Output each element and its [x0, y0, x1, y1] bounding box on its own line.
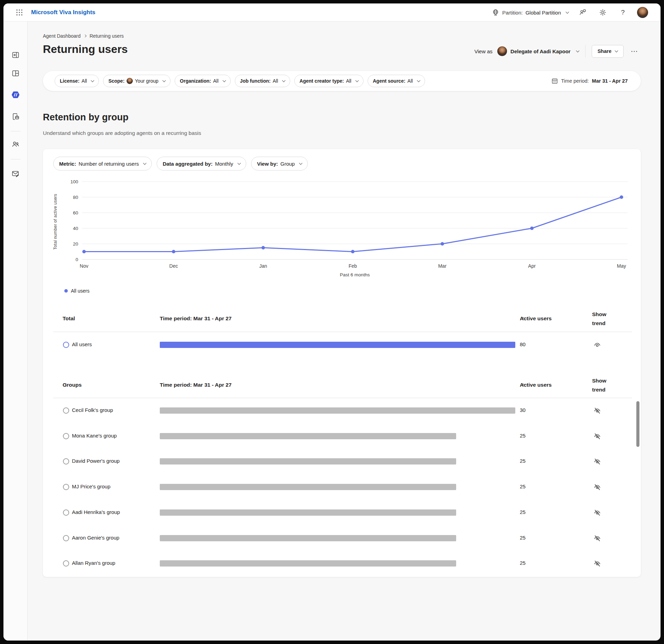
control-pill-view-by[interactable]: View by:Group — [251, 157, 308, 171]
filter-pill-agent-source[interactable]: Agent source:All — [368, 75, 425, 87]
share-button[interactable]: Share — [592, 45, 624, 58]
feedback-icon[interactable] — [577, 7, 589, 18]
people-icon[interactable] — [9, 137, 22, 151]
legend-label: All users — [71, 288, 90, 294]
breadcrumb-agent-dashboard[interactable]: Agent Dashboard — [43, 33, 81, 39]
table-row: All users80 — [43, 340, 641, 350]
row-name: Aaron Genie's group — [72, 535, 119, 541]
filter-label: Job function: — [240, 78, 271, 84]
rail-divider — [11, 131, 20, 131]
show-trend-eye-off-icon[interactable] — [593, 457, 602, 466]
line-chart: 020406080100Total number of active users… — [43, 177, 641, 282]
svg-text:Total number of active users: Total number of active users — [53, 194, 58, 249]
view-as-selector[interactable]: Delegate of Aadi Kapoor — [497, 46, 579, 56]
row-bar — [160, 560, 456, 567]
app-launcher-icon[interactable] — [12, 6, 26, 19]
chevron-down-icon — [91, 79, 94, 82]
show-trend-eye-off-icon[interactable] — [593, 534, 602, 543]
table-row: Mona Kane's group25 — [43, 431, 641, 441]
svg-text:Past 6 months: Past 6 months — [340, 272, 370, 277]
dashboard-icon[interactable] — [9, 66, 22, 80]
show-trend-eye-off-icon[interactable] — [593, 482, 602, 491]
chevron-down-icon — [222, 79, 226, 82]
mail-compose-icon[interactable] — [9, 167, 22, 181]
viva-insights-icon[interactable] — [9, 88, 22, 102]
time-period-filter[interactable]: Time period: Mar 31 - Apr 27 — [551, 77, 628, 84]
view-as-label: View as — [474, 48, 492, 54]
row-name: MJ Price's group — [72, 484, 110, 489]
row-name: All users — [72, 341, 92, 347]
row-radio[interactable] — [63, 458, 69, 464]
partition-selector[interactable]: Partition: Global Partition — [492, 9, 569, 16]
sort-up-icon: ↑ — [522, 382, 525, 388]
groups-period-header: Time period: Mar 31 - Apr 27 — [160, 382, 232, 388]
total-header: Total — [63, 315, 75, 322]
time-period-value: Mar 31 - Apr 27 — [592, 78, 628, 84]
filter-pill-agent-creator-type[interactable]: Agent creator type:All — [294, 75, 363, 87]
breadcrumb-returning-users[interactable]: Returning users — [90, 33, 124, 39]
filter-pill-scope[interactable]: Scope:Your group — [103, 75, 170, 87]
svg-text:Mar: Mar — [438, 263, 446, 269]
chevron-right-icon — [84, 35, 86, 37]
row-name: Aadi Henrika's group — [72, 509, 120, 515]
chevron-down-icon — [143, 161, 147, 165]
svg-text:Jan: Jan — [259, 263, 267, 269]
globe-icon — [492, 9, 499, 16]
scrollbar-thumb[interactable] — [636, 401, 639, 447]
row-radio[interactable] — [63, 342, 69, 348]
left-nav-rail — [3, 21, 28, 641]
row-radio[interactable] — [63, 535, 69, 541]
help-icon[interactable]: ? — [617, 7, 629, 18]
groups-show-trend-header: Show trend — [592, 376, 616, 394]
control-pill-aggregation[interactable]: Data aggregated by:Monthly — [157, 157, 246, 171]
svg-text:Feb: Feb — [349, 263, 357, 269]
control-pill-metric[interactable]: Metric:Number of returning users — [53, 157, 152, 171]
chevron-down-icon — [299, 161, 303, 165]
user-avatar[interactable] — [637, 7, 648, 18]
show-trend-eye-off-icon[interactable] — [593, 406, 602, 415]
filter-value: All — [273, 78, 278, 84]
org-insights-icon[interactable] — [9, 110, 22, 123]
breadcrumb: Agent Dashboard Returning users — [43, 33, 124, 39]
filter-pill-job-function[interactable]: Job function:All — [235, 75, 290, 87]
filter-value: All — [213, 78, 219, 84]
row-radio[interactable] — [63, 509, 69, 516]
section-title: Retention by group — [43, 112, 128, 123]
table-row: MJ Price's group25 — [43, 482, 641, 492]
filter-pill-organization[interactable]: Organization:All — [175, 75, 231, 87]
group-avatar — [127, 78, 133, 84]
svg-text:Nov: Nov — [80, 263, 89, 269]
show-trend-eye-icon[interactable] — [593, 340, 602, 349]
partition-value: Global Partition — [525, 10, 561, 16]
chart-legend: All users — [64, 288, 90, 294]
row-radio[interactable] — [63, 484, 69, 490]
chevron-down-icon — [576, 49, 579, 52]
total-table-header: Total Time period: Mar 31 - Apr 27 Activ… — [43, 314, 641, 325]
app-window: Microsoft Viva Insights Partition: Globa… — [3, 3, 661, 641]
row-radio[interactable] — [63, 433, 69, 439]
row-bar — [160, 458, 456, 464]
svg-text:Apr: Apr — [528, 263, 536, 269]
row-active-users: 25 — [520, 535, 526, 541]
settings-gear-icon[interactable] — [597, 7, 609, 18]
svg-text:May: May — [617, 263, 626, 269]
partition-label: Partition: — [502, 10, 523, 16]
filter-pill-license[interactable]: License:All — [55, 75, 99, 87]
chevron-down-icon — [356, 79, 359, 82]
row-active-users: 25 — [520, 458, 526, 464]
more-options-button[interactable]: ⋯ — [628, 45, 641, 57]
app-title[interactable]: Microsoft Viva Insights — [31, 3, 95, 21]
collapse-panel-icon[interactable] — [9, 48, 22, 62]
svg-text:0: 0 — [75, 257, 78, 262]
show-trend-eye-off-icon[interactable] — [593, 508, 602, 517]
time-period-label: Time period: — [561, 78, 589, 84]
show-trend-eye-off-icon[interactable] — [593, 432, 602, 441]
total-period-header: Time period: Mar 31 - Apr 27 — [160, 315, 232, 322]
row-bar — [160, 509, 456, 516]
filter-label: Agent creator type: — [299, 78, 344, 84]
show-trend-eye-off-icon[interactable] — [593, 559, 602, 568]
row-radio[interactable] — [63, 407, 69, 414]
svg-text:60: 60 — [73, 210, 78, 215]
row-radio[interactable] — [63, 560, 69, 567]
row-active-users: 25 — [520, 509, 526, 515]
